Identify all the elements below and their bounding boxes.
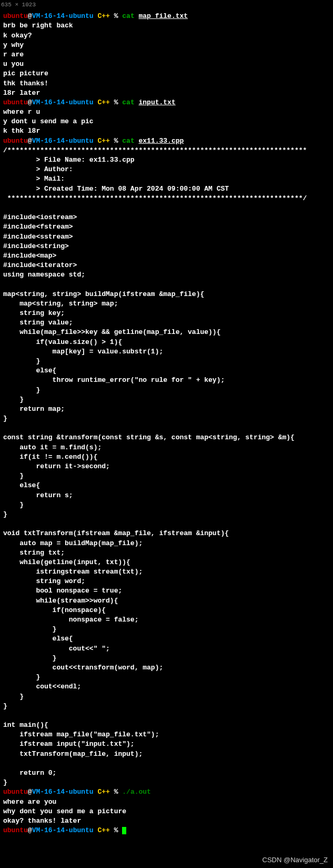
code-line: #include<string> — [3, 242, 69, 250]
code-line: int main(){ — [3, 721, 48, 729]
prompt-at: @ — [28, 137, 32, 145]
code-line: } — [3, 778, 7, 786]
code-line: txtTransform(map_file, input); — [3, 750, 143, 758]
prompt-line-2[interactable]: ubuntu@VM-16-14-ubuntu C++ % cat input.t… — [3, 98, 176, 106]
filename-input: input.txt — [139, 98, 176, 106]
code-line: if(it != m.cend()){ — [3, 453, 97, 461]
code-line: cout<<endl; — [3, 683, 81, 691]
code-line: > File Name: ex11.33.cpp — [3, 156, 135, 164]
output-line: y dont u send me a pic — [3, 117, 94, 125]
code-line: auto map = buildMap(map_file); — [3, 539, 143, 547]
run-command: ./a.out — [122, 788, 151, 796]
code-line: while(stream>>word){ — [3, 597, 118, 605]
code-line: map<string, string> buildMap(ifstream &m… — [3, 290, 204, 298]
code-line: void txtTransform(ifstream &map_file, if… — [3, 529, 229, 537]
code-line: } — [3, 625, 56, 633]
prompt-user: ubuntu — [3, 788, 28, 796]
filename-map: map_file.txt — [139, 12, 188, 20]
prompt-path: C++ — [94, 98, 114, 106]
code-line: } — [3, 702, 7, 710]
code-line: nonspace = false; — [3, 616, 138, 624]
cursor-icon — [122, 827, 126, 834]
code-line: } — [3, 501, 24, 509]
prompt-host: VM-16-14-ubuntu — [32, 788, 94, 796]
code-line: const string &transform(const string &s,… — [3, 433, 295, 441]
code-line: return s; — [3, 491, 73, 499]
code-line: map<string, string> map; — [3, 300, 118, 308]
prompt-at: @ — [28, 98, 32, 106]
output-line: r are — [3, 51, 24, 58]
prompt-percent: % — [114, 137, 123, 145]
code-line: return 0; — [3, 769, 56, 777]
code-line: cout<<" "; — [3, 645, 110, 653]
prompt-host: VM-16-14-ubuntu — [32, 826, 94, 834]
prompt-percent: % — [114, 788, 123, 796]
output-line: l8r later — [3, 89, 40, 97]
code-line: string txt; — [3, 549, 65, 557]
code-line: > Author: — [3, 165, 73, 173]
code-line: else{ — [3, 481, 40, 489]
code-line: } — [3, 472, 24, 480]
prompt-path: C++ — [94, 12, 114, 20]
code-line: string word; — [3, 577, 85, 585]
output-line: where are you — [3, 798, 56, 806]
code-line: else{ — [3, 367, 56, 374]
code-line: } — [3, 693, 24, 701]
prompt-at: @ — [28, 788, 32, 796]
code-line: } — [3, 357, 40, 365]
output-line: u you — [3, 60, 24, 68]
code-line: using namespace std; — [3, 271, 85, 279]
code-line: ****************************************… — [3, 194, 307, 202]
watermark-text: CSDN @Navigator_Z — [263, 855, 328, 865]
output-line: k thk l8r — [3, 127, 40, 135]
code-line: return it->second; — [3, 462, 110, 470]
prompt-user: ubuntu — [3, 137, 28, 145]
code-line: #include<iterator> — [3, 261, 77, 269]
code-line: else{ — [3, 635, 73, 643]
prompt-line-4[interactable]: ubuntu@VM-16-14-ubuntu C++ % ./a.out — [3, 788, 151, 796]
prompt-host: VM-16-14-ubuntu — [32, 12, 94, 20]
code-line: cout<<transform(word, map); — [3, 664, 163, 672]
prompt-path: C++ — [94, 826, 114, 834]
code-line: } — [3, 396, 24, 403]
code-line: string value; — [3, 319, 73, 327]
code-line: throw runtime_error("no rule for " + key… — [3, 376, 225, 384]
code-line: } — [3, 415, 7, 422]
code-line: while(map_file>>key && getline(map_file,… — [3, 328, 220, 336]
cat-command: cat — [122, 137, 138, 145]
prompt-host: VM-16-14-ubuntu — [32, 98, 94, 106]
code-line: } — [3, 673, 40, 681]
prompt-user: ubuntu — [3, 826, 28, 834]
output-line: pic picture — [3, 70, 48, 77]
prompt-user: ubuntu — [3, 98, 28, 106]
code-line: if(value.size() > 1){ — [3, 338, 122, 346]
prompt-percent: % — [114, 12, 123, 20]
code-line: #include<iostream> — [3, 213, 77, 221]
code-line: ifstream map_file("map_file.txt"); — [3, 731, 159, 738]
output-line: why dont you send me a picture — [3, 807, 126, 815]
prompt-at: @ — [28, 826, 32, 834]
dimension-badge: 635 × 1023 — [1, 1, 36, 9]
output-line: where r u — [3, 108, 40, 116]
prompt-line-3[interactable]: ubuntu@VM-16-14-ubuntu C++ % cat ex11.33… — [3, 137, 184, 145]
code-line: #include<map> — [3, 252, 56, 260]
prompt-host: VM-16-14-ubuntu — [32, 137, 94, 145]
filename-cpp: ex11.33.cpp — [139, 137, 184, 145]
prompt-percent: % — [114, 826, 123, 834]
prompt-user: ubuntu — [3, 12, 28, 20]
code-line: string key; — [3, 309, 65, 317]
prompt-line-5[interactable]: ubuntu@VM-16-14-ubuntu C++ % — [3, 826, 126, 834]
code-line: while(getline(input, txt)){ — [3, 558, 130, 566]
prompt-at: @ — [28, 12, 32, 20]
prompt-path: C++ — [94, 788, 114, 796]
code-line: return map; — [3, 405, 65, 413]
code-line: /***************************************… — [3, 146, 307, 154]
code-line: auto it = m.find(s); — [3, 443, 102, 451]
output-line: y why — [3, 41, 24, 49]
prompt-line-1[interactable]: ubuntu@VM-16-14-ubuntu C++ % cat map_fil… — [3, 12, 188, 20]
code-line: > Created Time: Mon 08 Apr 2024 09:00:00… — [3, 185, 229, 193]
code-line: } — [3, 386, 40, 394]
code-line: if(nonspace){ — [3, 606, 106, 614]
code-line: #include<sstream> — [3, 233, 73, 241]
code-line: bool nonspace = true; — [3, 587, 122, 595]
